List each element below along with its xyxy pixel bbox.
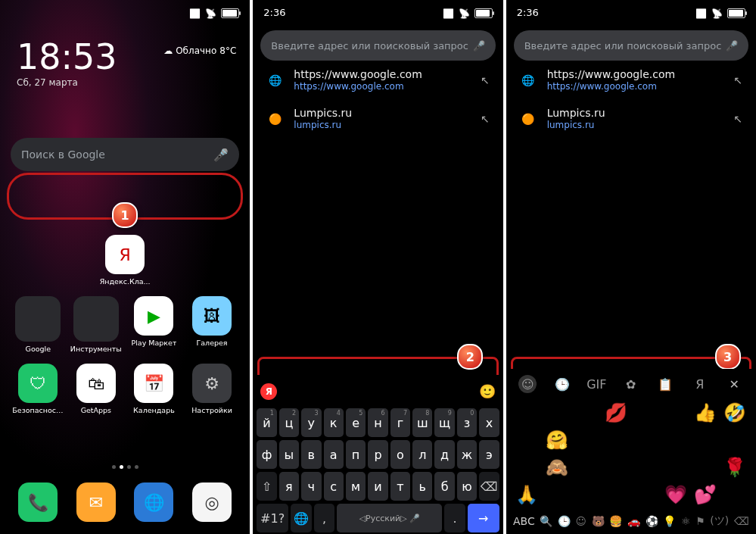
insert-icon[interactable]: ↖ [481,113,490,125]
app-calendar[interactable]: 📅Календарь [127,364,180,414]
key[interactable]: м [346,472,366,501]
cat-activities-icon[interactable]: ⚽ [646,515,658,527]
key[interactable]: х [479,408,499,437]
app-phone[interactable]: 📞 [11,482,64,525]
comma-key[interactable]: , [314,504,335,532]
emoji-cell[interactable]: 😍 [514,428,540,452]
emoji-cell[interactable]: 🌑 [722,482,748,507]
insert-icon[interactable]: ↖ [733,74,742,86]
mic-icon[interactable]: 🎤 [213,148,229,162]
key[interactable]: е5 [346,408,366,437]
cat-travel-icon[interactable]: 🚗 [627,515,640,527]
emoji-cell[interactable]: 😉 [633,482,659,507]
suggestion-row[interactable]: 🌐https://www.google.comhttps://www.googl… [253,61,502,99]
folder-google[interactable]: Google [11,296,64,353]
symbols-key[interactable]: #1? [257,504,288,532]
enter-key[interactable]: → [468,504,499,532]
key[interactable]: к4 [324,408,344,437]
abc-key[interactable]: ABC [513,515,535,527]
emoji-cell[interactable]: 🙈 [543,455,570,479]
key[interactable]: р [368,440,387,469]
cat-symbols-icon[interactable]: ⚛ [681,515,691,527]
key[interactable]: з0 [457,408,477,437]
space-key[interactable]: ◁ Русский ▷ 🎤 [337,504,442,532]
emoji-cell[interactable]: 😢 [692,455,718,479]
search-bar[interactable]: Поиск в Google 🎤 [11,138,239,171]
emoji-cell[interactable]: 💗 [662,482,689,507]
emoji-cell[interactable]: 😎 [573,482,599,507]
app-settings[interactable]: ⚙Настройки [185,364,238,414]
key[interactable]: т [390,472,410,501]
emoji-icon[interactable]: 🙂 [479,383,496,400]
key[interactable]: д [434,440,454,469]
emoji-cell[interactable]: 😍 [543,401,570,425]
emoji-cell[interactable]: 🙏 [514,482,540,507]
emoji-cell[interactable]: 😌 [573,428,599,452]
backspace-icon[interactable]: ⌫ [734,515,749,527]
app-play-store[interactable]: ▶Play Маркет [127,296,180,353]
emoji-cell[interactable]: 💋 [603,401,630,425]
key[interactable]: ч [301,472,321,501]
key[interactable]: б [434,472,454,501]
cat-food-icon[interactable]: 🍔 [609,515,622,527]
clipboard-tab[interactable]: 📋 [656,375,674,393]
emoji-cell[interactable]: 😏 [573,455,599,479]
key[interactable]: у3 [301,408,321,437]
key[interactable]: ы [279,440,299,469]
yandex-logo-icon[interactable]: Я [260,383,277,400]
emoji-cell[interactable]: 😅 [662,455,689,479]
key[interactable]: ш8 [412,408,432,437]
close-icon[interactable]: ✕ [725,375,743,393]
key[interactable]: щ9 [434,408,454,437]
yandex-tab[interactable]: Я [691,375,709,393]
folder-tools[interactable]: Инструменты [70,296,123,353]
emoji-cell[interactable]: 😭 [692,428,718,452]
key[interactable]: я [279,472,299,501]
url-bar[interactable]: Введите адрес или поисковый запрос🎤 [260,30,495,61]
key[interactable]: э [479,440,499,469]
emoji-cell[interactable]: 🤣 [722,401,748,425]
globe-key[interactable]: 🌐 [291,504,312,532]
emoji-cell[interactable]: 😂 [514,401,540,425]
app-camera[interactable]: ◎ [185,482,238,525]
emoji-cell[interactable]: 👍 [692,401,718,425]
emoji-cell[interactable]: 😒 [543,482,570,507]
emoji-cell[interactable]: 😚 [633,428,659,452]
history-tab[interactable]: 🕒 [553,375,571,393]
key[interactable]: г7 [390,408,410,437]
emoji-cell[interactable]: 😭 [722,428,748,452]
period-key[interactable]: . [444,504,465,532]
key[interactable]: н6 [368,408,387,437]
app-security[interactable]: 🛡Безопасность [11,364,64,414]
suggestion-row[interactable]: 🟠Lumpics.rulumpics.ru↖ [506,99,756,138]
key[interactable]: о [390,440,410,469]
key[interactable]: ц2 [279,408,299,437]
cat-animals-icon[interactable]: 🐻 [592,515,605,527]
emoji-cell[interactable]: 😁 [662,401,689,425]
cat-smileys-icon[interactable]: ☺ [576,515,587,527]
emoji-cell[interactable]: 😄 [603,455,630,479]
key[interactable]: й1 [257,408,276,437]
key[interactable]: ь [412,472,432,501]
emoji-cell[interactable]: 😭 [662,428,689,452]
suggestion-row[interactable]: 🌐https://www.google.comhttps://www.googl… [506,61,756,99]
emoji-cell[interactable]: 😊 [633,455,659,479]
mic-icon[interactable]: 🎤 [473,40,485,52]
key[interactable]: в [301,440,321,469]
backspace-key[interactable]: ⌫ [479,472,499,501]
key[interactable]: п [346,440,366,469]
recent-tab[interactable]: ☺ [518,375,537,393]
key[interactable]: ф [257,440,276,469]
weather[interactable]: ☁ Облачно 8°C [163,45,236,56]
emoji-cell[interactable]: 😘 [573,401,599,425]
emoji-cell[interactable]: 🤗 [543,428,570,452]
emoji-cell[interactable]: 💕 [692,482,718,507]
cat-flags-icon[interactable]: ⚑ [695,515,705,527]
shift-key[interactable]: ⇧ [257,472,276,501]
key[interactable]: ю [457,472,477,501]
url-bar[interactable]: Введите адрес или поисковый запрос🎤 [514,30,748,61]
app-gallery[interactable]: 🖼Галерея [185,296,238,353]
app-browser[interactable]: 🌐 [127,482,180,525]
sticker-tab[interactable]: ✿ [622,375,640,393]
insert-icon[interactable]: ↖ [481,74,490,86]
